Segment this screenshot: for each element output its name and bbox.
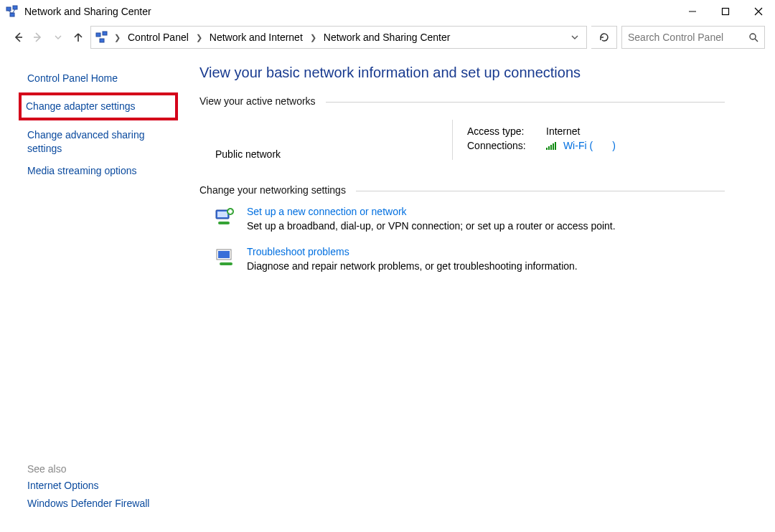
- svg-rect-1: [13, 6, 17, 9]
- svg-point-12: [750, 34, 756, 39]
- svg-rect-4: [723, 9, 729, 15]
- sidebar-media-streaming-options[interactable]: Media streaming options: [27, 164, 171, 178]
- troubleshoot-icon: [214, 246, 237, 269]
- search-input[interactable]: Search Control Panel: [621, 26, 765, 49]
- sidebar-change-advanced-sharing[interactable]: Change advanced sharing settings: [27, 128, 171, 156]
- search-placeholder: Search Control Panel: [628, 32, 723, 43]
- svg-rect-9: [96, 33, 100, 37]
- breadcrumb-item[interactable]: Network and Sharing Center: [322, 32, 452, 43]
- chevron-right-icon[interactable]: ❯: [194, 33, 204, 42]
- sidebar: Control Panel Home Change adapter settin…: [0, 52, 179, 532]
- main-content: View your basic network information and …: [179, 52, 775, 532]
- svg-line-13: [755, 39, 758, 42]
- connections-label: Connections:: [467, 140, 546, 151]
- breadcrumb-item[interactable]: Control Panel: [126, 32, 190, 43]
- recent-locations-button[interactable]: [50, 29, 66, 45]
- access-type-value: Internet: [546, 125, 580, 137]
- address-dropdown-button[interactable]: [568, 33, 582, 42]
- network-center-icon: [95, 31, 108, 44]
- section-change-settings: Change your networking settings: [199, 184, 725, 196]
- option-title: Set up a new connection or network: [247, 206, 616, 217]
- chevron-right-icon[interactable]: ❯: [309, 33, 318, 42]
- up-button[interactable]: [70, 29, 86, 45]
- sidebar-control-panel-home[interactable]: Control Panel Home: [27, 72, 171, 85]
- option-troubleshoot[interactable]: Troubleshoot problems Diagnose and repai…: [214, 246, 725, 272]
- refresh-button[interactable]: [591, 26, 617, 49]
- option-desc: Set up a broadband, dial-up, or VPN conn…: [247, 220, 616, 232]
- search-icon: [748, 32, 758, 42]
- option-setup-connection[interactable]: Set up a new connection or network Set u…: [214, 206, 725, 232]
- address-bar[interactable]: ❯ Control Panel ❯ Network and Internet ❯…: [90, 26, 587, 49]
- svg-rect-15: [548, 146, 550, 150]
- svg-rect-18: [555, 142, 556, 150]
- network-center-icon: [6, 5, 19, 18]
- close-button[interactable]: [742, 0, 775, 23]
- svg-rect-17: [553, 143, 554, 150]
- sidebar-windows-defender-firewall[interactable]: Windows Defender Firewall: [27, 497, 171, 510]
- svg-rect-24: [218, 222, 230, 224]
- access-type-label: Access type:: [467, 125, 546, 137]
- svg-rect-23: [228, 211, 232, 213]
- option-desc: Diagnose and repair network problems, or…: [247, 260, 578, 272]
- svg-rect-10: [103, 32, 107, 35]
- setup-connection-icon: [214, 206, 237, 229]
- sidebar-internet-options[interactable]: Internet Options: [27, 479, 171, 493]
- svg-rect-14: [546, 148, 548, 150]
- see-also-heading: See also: [27, 463, 171, 475]
- option-title: Troubleshoot problems: [247, 246, 578, 257]
- svg-rect-20: [217, 212, 227, 217]
- section-active-networks: View your active networks: [199, 95, 725, 107]
- svg-rect-27: [220, 262, 232, 265]
- breadcrumb-item[interactable]: Network and Internet: [208, 32, 304, 43]
- active-network-block: Public network Access type: Internet Con…: [215, 120, 725, 160]
- sidebar-change-adapter-settings[interactable]: Change adapter settings: [26, 100, 169, 113]
- minimize-button[interactable]: [676, 0, 709, 23]
- back-button[interactable]: [10, 29, 26, 45]
- network-type: Public network: [215, 120, 452, 160]
- window-title: Network and Sharing Center: [24, 6, 151, 17]
- connection-link[interactable]: Wi-Fi ( ): [563, 140, 616, 151]
- svg-rect-0: [6, 7, 11, 11]
- address-row: ❯ Control Panel ❯ Network and Internet ❯…: [0, 23, 775, 52]
- page-heading: View your basic network information and …: [199, 65, 725, 81]
- highlight-annotation: Change adapter settings: [19, 92, 178, 120]
- svg-rect-11: [100, 39, 104, 42]
- svg-rect-16: [550, 145, 552, 150]
- wifi-signal-icon: [546, 141, 558, 151]
- svg-rect-26: [218, 251, 230, 258]
- chevron-right-icon[interactable]: ❯: [113, 33, 122, 42]
- forward-button[interactable]: [30, 29, 46, 45]
- maximize-button[interactable]: [709, 0, 742, 23]
- titlebar: Network and Sharing Center: [0, 0, 775, 23]
